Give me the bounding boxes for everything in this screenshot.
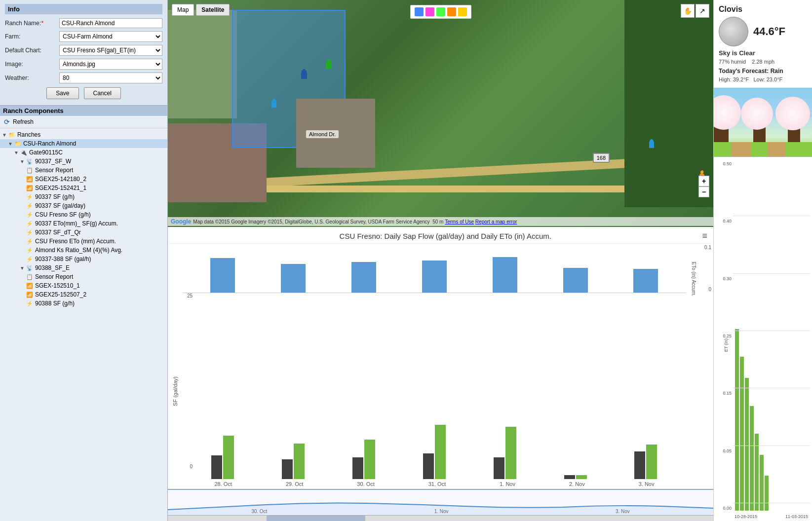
green-bar-31oct: [435, 425, 446, 479]
default-chart-select[interactable]: CSU Fresno SF(gal)_ET(in): [59, 45, 162, 56]
tree-label-388-sf: 90337-388 SF (gal/h): [35, 256, 91, 262]
mini-bar-2: [740, 357, 744, 511]
zoom-in-button[interactable]: +: [698, 176, 709, 186]
mini-bar-3: [745, 378, 749, 511]
tree-label-almond-ks: Almond Ks Ratio_SM (4)(%) Avg.: [35, 247, 122, 254]
weather-main: 44.6°F: [719, 17, 807, 46]
map-button[interactable]: Map: [172, 4, 194, 16]
blue-bar-1nov: [490, 251, 520, 293]
mini-gridline-2: [733, 216, 810, 273]
refresh-icon: ⟳: [3, 118, 11, 126]
scroll-label-3nov: 3. Nov: [616, 509, 630, 514]
save-button[interactable]: Save: [46, 87, 78, 99]
gate-icon: 🔌: [20, 149, 28, 156]
y-left-bottom: 0: [183, 464, 193, 469]
blue-bar-3nov: [631, 251, 660, 293]
y-label-sf: SF (gal/day): [172, 376, 178, 406]
default-chart-label: Default Chart:: [5, 47, 59, 54]
tree-item-almond-ks[interactable]: ⚡ Almond Ks Ratio_SM (4)(%) Avg.: [0, 246, 167, 255]
chart-menu-icon[interactable]: ≡: [702, 231, 707, 241]
dark-bar-29oct: [282, 459, 293, 479]
tree-label-sgex142180: SGEX25-142180_2: [35, 176, 86, 183]
map-controls: Map Satellite: [172, 4, 230, 16]
tree-item-csu-eto-accum[interactable]: ⚡ CSU Fresno ETo (mm) Accum.: [0, 237, 167, 246]
wifi-icon-152510: 📶: [26, 282, 34, 290]
map-tool-cursor[interactable]: ↗: [696, 4, 709, 18]
mini-chart-inner: 0.50 0.40 0.30 0.25 0.15 0.05 0.00: [716, 159, 810, 513]
tree-item-sgex142180[interactable]: 📶 SGEX25-142180_2: [0, 175, 167, 184]
chart-icon-csu-sf-gh: ⚡: [26, 211, 34, 219]
tree-item-sf-gh[interactable]: ⚡ 90337 SF (g/h): [0, 192, 167, 201]
expand-icon[interactable]: ▼: [2, 132, 7, 138]
tree-item-sensor-report-1[interactable]: 📋 Sensor Report: [0, 166, 167, 175]
map-marker-4: [649, 139, 654, 148]
map-tool-hand[interactable]: ✋: [681, 4, 695, 18]
tree-item-sgex152510[interactable]: 📶 SGEX-152510_1: [0, 281, 167, 290]
zoom-out-button[interactable]: −: [698, 186, 709, 197]
mini-y-0.15: 0.15: [717, 391, 732, 396]
report-icon-1: 📋: [26, 166, 34, 174]
scroll-handle[interactable]: [267, 516, 365, 521]
tree-item-90388[interactable]: ▼ 📡 90388_SF_E: [0, 263, 167, 272]
image-select[interactable]: Almonds.jpg: [59, 59, 162, 70]
form-buttons: Save Cancel: [5, 87, 162, 99]
cancel-button[interactable]: Cancel: [84, 87, 121, 99]
tree-label-sgex152510: SGEX-152510_1: [35, 282, 80, 289]
mini-x-labels: 10-28-2015 11-03-2015: [716, 513, 810, 519]
mini-y-0.05: 0.05: [717, 448, 732, 453]
map-marker-3: [271, 99, 276, 108]
tree-item-ranches[interactable]: ▼ 📁 Ranches: [0, 130, 167, 139]
tree-item-sensor-report-2[interactable]: 📋 Sensor Report: [0, 272, 167, 281]
tree-item-csu-sf-gh[interactable]: ⚡ CSU Fresno SF (g/h): [0, 210, 167, 219]
expand-icon-gate[interactable]: ▼: [14, 150, 19, 155]
right-panel: Clovis 44.6°F Sky is Clear 77% humid 2.2…: [713, 0, 812, 521]
scroll-bar[interactable]: [168, 515, 713, 521]
expand-icon-csu[interactable]: ▼: [8, 141, 13, 147]
y-right-spacer: [686, 293, 713, 489]
map-scale: 50 m: [432, 219, 443, 224]
mini-bar-7: [765, 476, 769, 511]
chart-icon-eto-accum: ⚡: [26, 220, 34, 227]
farm-row: Farm: CSU-Farm Almond: [5, 31, 162, 42]
bar-group-31oct: [423, 425, 446, 479]
ranch-components-section: Ranch Components ⟳ Refresh ▼ 📁 Ranches ▼…: [0, 106, 167, 521]
tree-item-gate[interactable]: ▼ 🔌 Gate90115C: [0, 148, 167, 157]
scroll-chart[interactable]: 30. Oct 1. Nov 3. Nov: [168, 489, 713, 521]
color-dot-orange: [447, 7, 456, 16]
y-axis-left: 25 0: [183, 293, 193, 469]
tree-item-90337[interactable]: ▼ 📡 90337_SF_W: [0, 157, 167, 166]
tree-item-eto-accum[interactable]: ⚡ 90337 ETo(mm)_ SF(g) Accum.: [0, 219, 167, 228]
blue-bar-31oct: [420, 251, 449, 293]
farm-select[interactable]: CSU-Farm Almond: [59, 31, 162, 42]
mini-y-0.25: 0.25: [717, 334, 732, 338]
refresh-row[interactable]: ⟳ Refresh: [0, 116, 167, 128]
chart-icon-388-sf: ⚡: [26, 255, 34, 263]
expand-icon-90388[interactable]: ▼: [20, 265, 25, 271]
ranch-name-input[interactable]: [59, 18, 162, 28]
tree-item-388-sf[interactable]: ⚡ 90337-388 SF (gal/h): [0, 255, 167, 263]
expand-icon-90337[interactable]: ▼: [20, 159, 25, 164]
google-logo: Google: [171, 218, 191, 225]
route-sign: 168: [593, 153, 610, 163]
mini-x-start: 10-28-2015: [735, 514, 757, 519]
terms-link[interactable]: Terms of Use: [445, 219, 474, 224]
wifi-icon-142180: 📶: [26, 175, 34, 183]
tree-item-sgex152421[interactable]: 📶 SGEX25-152421_1: [0, 184, 167, 192]
bar-group-1nov: [494, 427, 516, 479]
tree-label-sgex152421: SGEX25-152421_1: [35, 185, 86, 191]
tree-container[interactable]: ▼ 📁 Ranches ▼ 📁 CSU-Ranch Almond ▼ 🔌 Gat…: [0, 128, 167, 521]
chart-title: CSU Fresno: Daily Sap Flow (gal/day) and…: [189, 232, 702, 240]
tree-item-sf-dt-qr[interactable]: ⚡ 90337 SF_dT_Qr: [0, 228, 167, 237]
tree-item-90388-sf-gh[interactable]: ⚡ 90388 SF (g/h): [0, 299, 167, 308]
satellite-button[interactable]: Satellite: [196, 4, 230, 16]
report-error-link[interactable]: Report a map error: [475, 219, 517, 224]
image-row: Image: Almonds.jpg: [5, 59, 162, 70]
tree-item-sgex152507[interactable]: 📶 SGEX25-152507_2: [0, 290, 167, 299]
scroll-label-30oct: 30. Oct: [251, 509, 267, 514]
tree-label-sf-dt-qr: 90337 SF_dT_Qr: [35, 229, 81, 236]
tree-item-sf-galday[interactable]: ⚡ 90337 SF (gal/day): [0, 201, 167, 210]
color-dot-yellow: [458, 7, 467, 16]
weather-select[interactable]: 80: [59, 73, 162, 83]
tree-item-csu-ranch[interactable]: ▼ 📁 CSU-Ranch Almond: [0, 139, 167, 148]
refresh-label: Refresh: [13, 118, 34, 125]
